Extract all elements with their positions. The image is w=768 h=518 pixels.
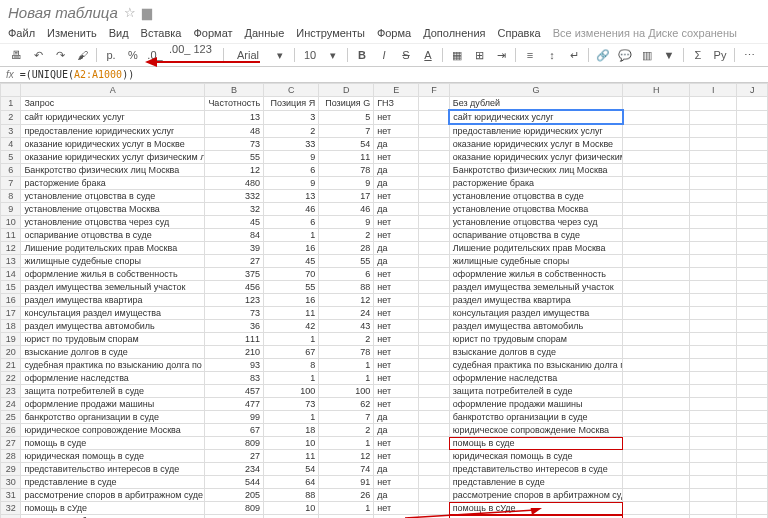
percent-button[interactable]: % xyxy=(125,47,141,63)
print-icon[interactable]: 🖶 xyxy=(8,47,24,63)
cell[interactable] xyxy=(623,333,690,346)
cell[interactable]: 54 xyxy=(319,138,374,151)
cell[interactable]: взыскание долгов в суде xyxy=(449,346,622,359)
cell[interactable]: рассмотрение споров в арбитражном суде М… xyxy=(21,489,205,502)
cell[interactable] xyxy=(623,424,690,437)
col-F[interactable]: F xyxy=(419,84,450,97)
cell[interactable]: 456 xyxy=(204,281,263,294)
cell[interactable]: 55 xyxy=(319,255,374,268)
cell[interactable]: нет xyxy=(374,385,419,398)
cell[interactable] xyxy=(419,138,450,151)
row-header[interactable]: 24 xyxy=(1,398,21,411)
menu-addons[interactable]: Дополнения xyxy=(423,27,485,39)
cell[interactable] xyxy=(623,177,690,190)
cell[interactable]: 99 xyxy=(204,411,263,424)
row-header[interactable]: 12 xyxy=(1,242,21,255)
spreadsheet-grid[interactable]: ABCDEFGHIJ 1 Запрос Частотность Позиция … xyxy=(0,83,768,518)
cell[interactable]: нет xyxy=(374,450,419,463)
cell[interactable] xyxy=(419,307,450,320)
lang-icon[interactable]: Py xyxy=(712,47,728,63)
menu-view[interactable]: Вид xyxy=(109,27,129,39)
cell[interactable]: 13 xyxy=(204,110,263,124)
cell[interactable]: 1 xyxy=(264,411,319,424)
col-C[interactable]: C xyxy=(264,84,319,97)
cell[interactable]: 210 xyxy=(204,346,263,359)
cell[interactable] xyxy=(623,372,690,385)
cell[interactable]: Позиция G xyxy=(319,97,374,111)
text-color-icon[interactable]: A xyxy=(420,47,436,63)
cell[interactable]: да xyxy=(374,255,419,268)
cell[interactable]: нет xyxy=(374,372,419,385)
cell[interactable]: 2 xyxy=(319,229,374,242)
cell[interactable]: 10 xyxy=(264,437,319,450)
row-header[interactable]: 2 xyxy=(1,110,21,124)
cell[interactable]: 43 xyxy=(319,320,374,333)
cell[interactable]: 12 xyxy=(204,164,263,177)
cell[interactable] xyxy=(419,502,450,515)
cell[interactable] xyxy=(623,294,690,307)
cell[interactable]: 88 xyxy=(264,489,319,502)
cell[interactable]: защита потребителей в суде xyxy=(449,385,622,398)
cell[interactable]: помощь в сУде xyxy=(449,502,622,515)
row-header[interactable]: 21 xyxy=(1,359,21,372)
redo-icon[interactable]: ↷ xyxy=(52,47,68,63)
cell[interactable] xyxy=(623,242,690,255)
row-header[interactable]: 18 xyxy=(1,320,21,333)
cell[interactable] xyxy=(419,203,450,216)
cell[interactable]: 24 xyxy=(319,307,374,320)
cell[interactable]: 67 xyxy=(204,424,263,437)
cell[interactable] xyxy=(419,385,450,398)
cell[interactable] xyxy=(419,333,450,346)
cell[interactable]: 5 xyxy=(319,110,374,124)
cell[interactable]: установление отцовства Москва xyxy=(21,203,205,216)
cell[interactable]: 480 xyxy=(204,177,263,190)
row-header[interactable]: 3 xyxy=(1,124,21,138)
cell[interactable]: оказание юридических услуг физическим ли… xyxy=(449,151,622,164)
col-H[interactable]: H xyxy=(623,84,690,97)
cell[interactable]: Банкротство физических лиц Москва xyxy=(449,164,622,177)
cell[interactable]: нет xyxy=(374,346,419,359)
cell[interactable] xyxy=(623,97,690,111)
cell[interactable]: юридическая помощь в суде xyxy=(449,450,622,463)
row-header[interactable]: 8 xyxy=(1,190,21,203)
cell[interactable]: 544 xyxy=(204,476,263,489)
row-header[interactable]: 28 xyxy=(1,450,21,463)
row-header[interactable]: 33 xyxy=(1,515,21,519)
cell[interactable]: 11 xyxy=(319,151,374,164)
cell[interactable] xyxy=(623,203,690,216)
cell[interactable]: нет xyxy=(374,320,419,333)
valign-icon[interactable]: ↕ xyxy=(544,47,560,63)
cell[interactable]: банкротство организации в суде xyxy=(21,411,205,424)
menu-help[interactable]: Справка xyxy=(497,27,540,39)
cell[interactable]: да xyxy=(374,424,419,437)
cell[interactable]: 809 xyxy=(204,502,263,515)
undo-icon[interactable]: ↶ xyxy=(30,47,46,63)
cell[interactable]: помощь в суде xyxy=(449,437,622,450)
cell[interactable]: 3 xyxy=(264,110,319,124)
cell[interactable]: 73 xyxy=(204,138,263,151)
cell[interactable]: 93 xyxy=(204,359,263,372)
cell[interactable]: 234 xyxy=(204,463,263,476)
cell[interactable] xyxy=(623,164,690,177)
cell[interactable]: 42 xyxy=(264,320,319,333)
cell[interactable] xyxy=(419,216,450,229)
strike-icon[interactable]: S xyxy=(398,47,414,63)
cell[interactable]: 205 xyxy=(204,489,263,502)
cell[interactable]: нет xyxy=(374,307,419,320)
cell[interactable]: 11 xyxy=(264,307,319,320)
cell[interactable]: нет xyxy=(374,294,419,307)
cell[interactable]: Без дублей xyxy=(449,97,622,111)
cell[interactable]: 28 xyxy=(319,242,374,255)
cell[interactable] xyxy=(623,216,690,229)
cell[interactable]: 39 xyxy=(204,242,263,255)
row-header[interactable]: 19 xyxy=(1,333,21,346)
cell[interactable]: оформление жилья в собственность xyxy=(449,268,622,281)
cell[interactable] xyxy=(623,138,690,151)
comment-icon[interactable]: 💬 xyxy=(617,47,633,63)
cell[interactable] xyxy=(419,242,450,255)
dec-button[interactable]: .0_ xyxy=(147,47,163,63)
row-header[interactable]: 20 xyxy=(1,346,21,359)
cell[interactable] xyxy=(419,437,450,450)
cell[interactable]: да xyxy=(374,515,419,519)
cell[interactable]: 46 xyxy=(264,203,319,216)
